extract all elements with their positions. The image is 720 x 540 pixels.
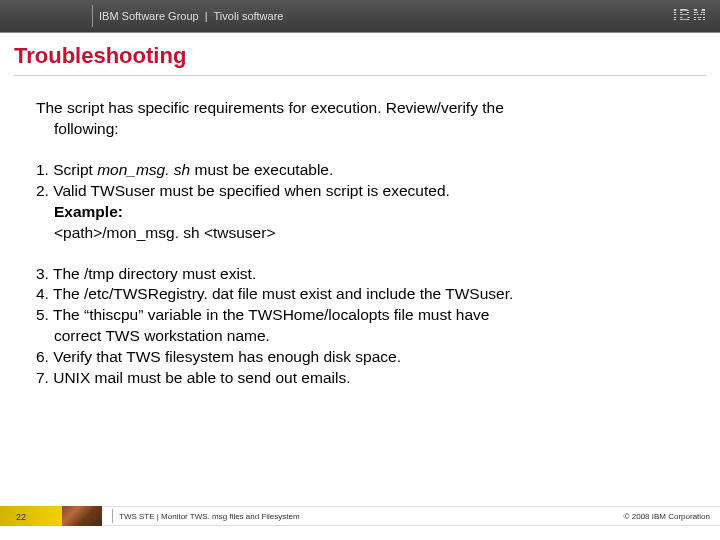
intro-line2: following: <box>36 119 684 140</box>
content-body: The script has specific requirements for… <box>0 80 720 389</box>
ibm-logo-text: IBM <box>673 7 708 25</box>
footer-left-divider <box>112 509 113 523</box>
req-7: 7. UNIX mail must be able to send out em… <box>36 368 684 389</box>
req-1: 1. Script mon_msg. sh must be executable… <box>36 160 684 181</box>
intro-line1: The script has specific requirements for… <box>36 98 684 119</box>
req-5a: 5. The “thiscpu” variable in the TWSHome… <box>36 305 684 326</box>
req-2: 2. Valid TWSuser must be specified when … <box>36 181 684 202</box>
page-number: 22 <box>16 512 26 522</box>
ibm-logo-icon: IBM <box>673 7 708 25</box>
header-divider <box>92 5 93 27</box>
footer-copyright: © 2008 IBM Corporation <box>624 512 710 521</box>
req-1-a: 1. Script <box>36 161 97 178</box>
requirements-block-1: 1. Script mon_msg. sh must be executable… <box>36 160 684 244</box>
header-group: IBM Software Group <box>99 10 199 22</box>
footer-info: TWS STE | Monitor TWS. msg files and Fil… <box>102 506 720 526</box>
header-left: IBM Software Group | Tivoli software <box>0 0 283 32</box>
req-2-example-label: Example: <box>36 202 684 223</box>
req-5b: correct TWS workstation name. <box>36 326 684 347</box>
req-1-c: must be executable. <box>195 161 334 178</box>
req-3: 3. The /tmp directory must exist. <box>36 264 684 285</box>
footer-bar: TWS STE | Monitor TWS. msg files and Fil… <box>0 506 720 526</box>
footer-left-text: TWS STE | Monitor TWS. msg files and Fil… <box>119 512 300 521</box>
footer-accent-yellow <box>0 506 62 526</box>
header-group-text: IBM Software Group | Tivoli software <box>99 10 283 22</box>
intro-paragraph: The script has specific requirements for… <box>36 98 684 140</box>
footer-accent-image <box>62 506 102 526</box>
header-bar: IBM Software Group | Tivoli software IBM <box>0 0 720 32</box>
footer-left: TWS STE | Monitor TWS. msg files and Fil… <box>112 509 300 523</box>
req-4: 4. The /etc/TWSRegistry. dat file must e… <box>36 284 684 305</box>
footer: 22 TWS STE | Monitor TWS. msg files and … <box>0 494 720 540</box>
title-section: Troubleshooting <box>0 32 720 80</box>
title-underline <box>14 75 706 76</box>
requirements-block-2: 3. The /tmp directory must exist. 4. The… <box>36 264 684 390</box>
req-6: 6. Verify that TWS filesystem has enough… <box>36 347 684 368</box>
page-title: Troubleshooting <box>14 43 706 69</box>
header-product: Tivoli software <box>214 10 284 22</box>
header-sep: | <box>205 10 208 22</box>
req-1-script: mon_msg. sh <box>97 161 194 178</box>
req-2-example-cmd: <path>/mon_msg. sh <twsuser> <box>36 223 684 244</box>
